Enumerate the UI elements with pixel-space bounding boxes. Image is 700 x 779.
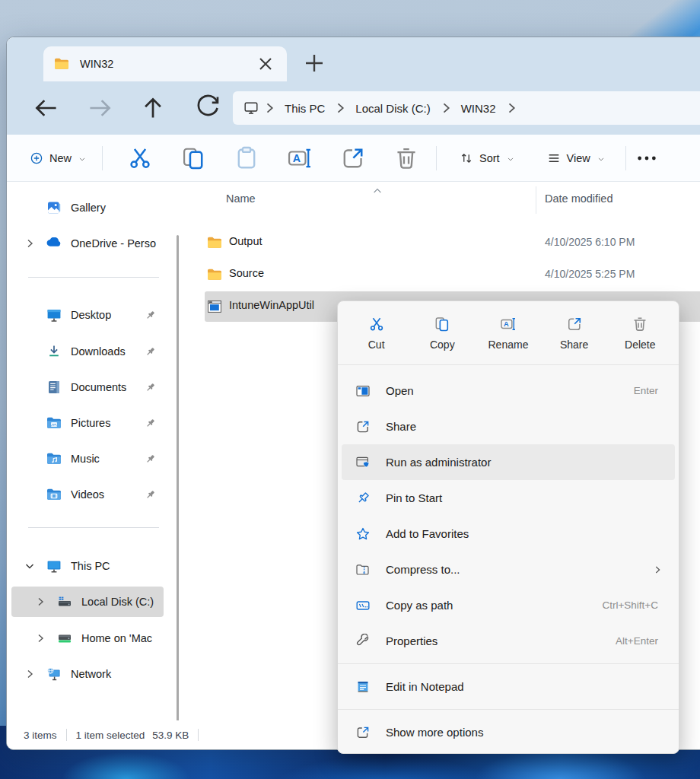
menu-item-open[interactable]: Open Enter (342, 373, 675, 409)
notepad-icon (355, 679, 371, 695)
menu-item-run-as-administrator[interactable]: Run as administrator (342, 444, 675, 480)
circle-plus-icon (30, 151, 43, 165)
context-cut-button[interactable]: Cut (345, 306, 409, 361)
sidebar-item-this-pc[interactable]: This PC (11, 551, 164, 581)
view-button[interactable]: View (539, 143, 613, 173)
sidebar-divider (28, 277, 159, 278)
chevron-down-icon[interactable] (24, 560, 36, 572)
pictures-icon (46, 415, 62, 431)
file-row-source[interactable]: Source 4/10/2025 5:25 PM (182, 259, 700, 291)
chevron-right-icon[interactable] (34, 596, 46, 608)
sidebar-item-onedrive-perso[interactable]: OneDrive - Perso (11, 228, 164, 259)
address-bar[interactable]: This PCLocal Disk (C:)WIN32 (233, 91, 700, 125)
shortcut-label: Ctrl+Shift+C (602, 599, 658, 611)
menu-item-properties[interactable]: Properties Alt+Enter (342, 623, 675, 659)
sort-button-label: Sort (479, 152, 500, 164)
close-tab-icon[interactable] (255, 53, 276, 75)
gallery-icon (46, 200, 62, 215)
chevron-down-icon (597, 154, 606, 163)
status-divider (66, 729, 67, 741)
menu-item-share[interactable]: Share (342, 409, 675, 444)
chevron-right-icon[interactable] (24, 237, 36, 250)
toolbar-divider (102, 146, 103, 170)
context-delete-button[interactable]: Delete (608, 306, 672, 361)
folder-icon (207, 267, 222, 282)
context-rename-button[interactable]: A Rename (476, 306, 540, 361)
pin-icon (145, 346, 156, 358)
sidebar-item-local-disk-c-[interactable]: Local Disk (C:) (11, 587, 164, 617)
sidebar-item-network[interactable]: Network (11, 659, 164, 689)
delete-icon (632, 316, 648, 332)
toolbar-divider (625, 146, 626, 170)
context-copy-button[interactable]: Copy (410, 306, 474, 361)
sidebar-item-documents[interactable]: Documents (11, 372, 164, 402)
share-blue-icon (355, 419, 371, 434)
breadcrumb-item[interactable]: Local Disk (C:) (349, 99, 436, 118)
column-headers: Name Date modified (182, 182, 700, 218)
navigation-bar: This PCLocal Disk (C:)WIN32 (7, 81, 700, 135)
onedrive-icon (46, 236, 62, 251)
chevron-right-icon[interactable] (34, 632, 46, 644)
sidebar-item-pictures[interactable]: Pictures (11, 408, 164, 438)
back-button[interactable] (33, 94, 60, 122)
sidebar-item-music[interactable]: Music (11, 444, 164, 474)
sidebar-item-desktop[interactable]: Desktop (11, 300, 164, 330)
shortcut-label: Alt+Enter (616, 635, 658, 647)
column-divider[interactable] (536, 186, 536, 214)
sort-button[interactable]: Sort (452, 143, 523, 173)
menu-item-show-more-options[interactable]: Show more options (342, 714, 675, 750)
column-header-date[interactable]: Date modified (545, 192, 612, 205)
breadcrumb-chevron-icon (504, 100, 519, 116)
file-row-output[interactable]: Output 4/10/2025 6:10 PM (182, 227, 700, 259)
view-button-label: View (567, 152, 590, 164)
chevron-right-icon[interactable] (24, 668, 36, 680)
menu-item-add-to-favorites[interactable]: Add to Favorites (342, 516, 675, 552)
delete-button[interactable] (393, 143, 419, 173)
sidebar-item-downloads[interactable]: Downloads (11, 336, 164, 367)
refresh-button[interactable] (194, 94, 221, 122)
breadcrumb-item[interactable]: This PC (278, 99, 331, 118)
rename-icon: A (500, 316, 517, 332)
pin-icon (145, 310, 156, 321)
share-button[interactable] (340, 143, 366, 173)
view-icon (547, 151, 561, 165)
new-tab-button[interactable] (302, 51, 326, 75)
selection-count: 1 item selected (76, 730, 145, 741)
breadcrumb-item[interactable]: WIN32 (455, 99, 502, 118)
tab-win32[interactable]: WIN32 (43, 46, 287, 81)
up-button[interactable] (139, 94, 167, 122)
run-admin-icon (355, 455, 371, 470)
context-menu: Cut Copy A Rename Share Delete Open Ente… (337, 300, 679, 754)
sidebar-divider (28, 527, 159, 528)
open-icon (355, 383, 371, 399)
forward-button[interactable] (86, 94, 113, 122)
menu-divider (338, 663, 679, 664)
share-icon (566, 316, 583, 332)
sidebar-item-gallery[interactable]: Gallery (11, 192, 164, 223)
music-icon (46, 451, 62, 466)
compress-icon (355, 562, 371, 577)
breadcrumb-chevron-icon (332, 100, 348, 116)
see-more-button[interactable] (634, 143, 660, 173)
cut-button[interactable] (127, 143, 153, 173)
context-share-button[interactable]: Share (542, 306, 606, 361)
sidebar-item-videos[interactable]: Videos (11, 479, 164, 510)
menu-item-copy-as-path[interactable]: Copy as path Ctrl+Shift+C (342, 587, 675, 623)
sidebar-item-home-on-mac[interactable]: Home on 'Mac (11, 623, 164, 653)
rename-button[interactable]: A (287, 143, 313, 173)
menu-item-compress-to-[interactable]: Compress to... (342, 552, 675, 587)
pin-icon (145, 453, 156, 465)
sidebar-scrollbar[interactable] (177, 235, 179, 726)
column-header-name[interactable]: Name (226, 192, 256, 205)
submenu-chevron-icon (652, 564, 663, 575)
new-button[interactable]: New (22, 143, 94, 173)
local-disk-icon (57, 594, 72, 609)
svg-text:A: A (293, 151, 301, 164)
menu-item-pin-to-start[interactable]: Pin to Start (342, 480, 675, 516)
pin-icon (145, 382, 156, 393)
status-divider (198, 729, 199, 741)
menu-item-edit-in-notepad[interactable]: Edit in Notepad (342, 669, 675, 704)
home-drive-icon (57, 631, 72, 646)
paste-button[interactable] (234, 143, 259, 173)
copy-button[interactable] (180, 143, 206, 173)
